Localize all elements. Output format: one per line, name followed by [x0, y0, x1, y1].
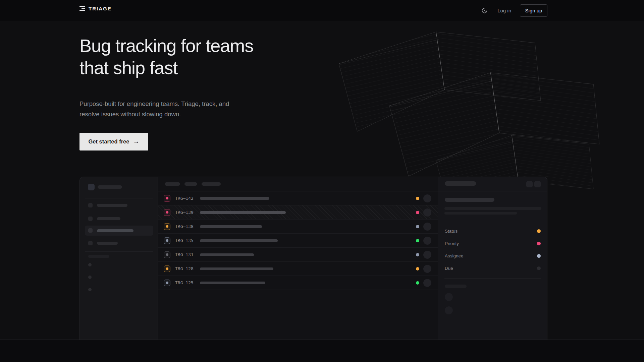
get-started-button[interactable]: Get started free → [79, 133, 148, 150]
priority-icon [164, 209, 170, 216]
property-value-dot [537, 229, 541, 233]
assignee-avatar [423, 237, 431, 245]
issue-id: TRG–135 [175, 238, 197, 243]
detail-header-skeleton [445, 181, 476, 186]
sidebar-item-skeleton [97, 229, 133, 232]
priority-icon [164, 195, 170, 202]
issue-id: TRG–139 [175, 210, 197, 215]
issue-row[interactable]: TRG–128 [158, 262, 438, 276]
assignee-avatar [423, 194, 431, 202]
mockup-sidebar [80, 177, 158, 340]
issue-title-skeleton [200, 253, 254, 256]
property-row[interactable]: Assignee [438, 250, 547, 262]
issue-list: TRG–142TRG–139TRG–138TRG–135TRG–131TRG–1… [158, 191, 438, 290]
sidebar-item-icon [88, 241, 93, 245]
priority-icon [164, 251, 170, 258]
property-label: Assignee [445, 253, 464, 258]
status-dot [416, 211, 419, 214]
issue-row[interactable]: TRG–135 [158, 234, 438, 248]
description-skeleton [444, 212, 517, 215]
priority-icon [164, 265, 170, 272]
status-dot [416, 239, 419, 242]
footer-strip [0, 340, 644, 362]
panel-action-button[interactable] [534, 181, 541, 187]
sidebar-dot-skeleton [88, 288, 92, 291]
issue-row[interactable]: TRG–139 [158, 205, 438, 220]
tab-skeleton[interactable] [165, 182, 180, 186]
moon-icon [481, 7, 488, 14]
issue-title-skeleton [200, 282, 265, 284]
property-value-dot [537, 242, 541, 245]
issue-title-skeleton [200, 211, 286, 214]
panel-divider [444, 221, 541, 221]
property-value-dot [537, 254, 541, 258]
property-label: Due [445, 266, 453, 271]
tab-skeleton[interactable] [202, 182, 221, 186]
property-row[interactable]: Priority [438, 237, 547, 250]
workspace-name-skeleton [98, 185, 122, 189]
triage-logo-icon [79, 6, 85, 11]
activity-label-skeleton [445, 285, 467, 288]
issue-id: TRG–131 [175, 252, 197, 257]
status-dot [416, 281, 419, 285]
sidebar-item-skeleton [97, 217, 120, 220]
sidebar-item-skeleton [97, 204, 127, 207]
panel-action-button[interactable] [526, 181, 533, 187]
issue-title-skeleton [200, 239, 278, 242]
issue-title-skeleton [445, 198, 494, 202]
issue-title-skeleton [200, 267, 273, 270]
activity-avatar-skeleton [445, 293, 453, 301]
hero-subtitle: Purpose-built for engineering teams. Tri… [79, 99, 229, 119]
brand-logo[interactable]: TRIAGE [79, 6, 112, 11]
arrow-right-icon: → [133, 138, 139, 145]
sidebar-dot-skeleton [88, 263, 92, 266]
property-label: Status [445, 229, 458, 234]
status-dot [416, 225, 419, 228]
sidebar-dot-skeleton [88, 276, 92, 279]
property-row[interactable]: Status [438, 225, 547, 237]
issue-row[interactable]: TRG–142 [158, 191, 438, 205]
status-dot [416, 253, 419, 256]
panel-divider [444, 278, 541, 279]
signup-button[interactable]: Sign up [520, 4, 547, 17]
sidebar-section-skeleton [88, 255, 109, 258]
property-row[interactable]: Due [438, 262, 547, 275]
assignee-avatar [423, 279, 431, 287]
panel-properties: StatusPriorityAssigneeDue [438, 225, 547, 275]
issue-id: TRG–138 [175, 224, 197, 229]
assignee-avatar [423, 265, 431, 273]
nav-actions: Log in Sign up [480, 0, 547, 21]
issue-list-header [158, 177, 438, 191]
issue-title-skeleton [200, 197, 269, 200]
priority-icon [164, 237, 170, 244]
workspace-icon-skeleton [88, 184, 95, 190]
issue-id: TRG–142 [175, 196, 197, 201]
issue-title-skeleton [200, 225, 262, 228]
sheet-b [389, 73, 599, 176]
status-dot [416, 197, 419, 200]
brand-name: TRIAGE [89, 6, 112, 11]
top-nav: TRIAGE Log in Sign up [0, 0, 644, 21]
priority-icon [164, 223, 170, 230]
property-label: Priority [445, 241, 459, 246]
issue-id: TRG–128 [175, 266, 197, 271]
assignee-avatar [423, 223, 431, 231]
theme-toggle-button[interactable] [480, 6, 489, 15]
description-skeleton [444, 207, 541, 210]
tab-skeleton[interactable] [184, 182, 197, 186]
login-link[interactable]: Log in [497, 8, 511, 13]
landing-page: TRIAGE Log in Sign up [0, 0, 644, 362]
sidebar-item-icon [88, 217, 93, 221]
issue-id: TRG–125 [175, 280, 197, 285]
assignee-avatar [423, 251, 431, 259]
assignee-avatar [423, 208, 431, 217]
activity-avatar-skeleton [445, 306, 453, 314]
app-mockup-card: TRG–142TRG–139TRG–138TRG–135TRG–131TRG–1… [79, 177, 547, 340]
issue-list-column: TRG–142TRG–139TRG–138TRG–135TRG–131TRG–1… [158, 177, 438, 340]
issue-row[interactable]: TRG–138 [158, 220, 438, 234]
issue-row[interactable]: TRG–131 [158, 248, 438, 262]
sidebar-item-icon [88, 228, 93, 233]
issue-row[interactable]: TRG–125 [158, 276, 438, 290]
sidebar-item-icon [88, 203, 93, 207]
status-dot [416, 267, 419, 270]
